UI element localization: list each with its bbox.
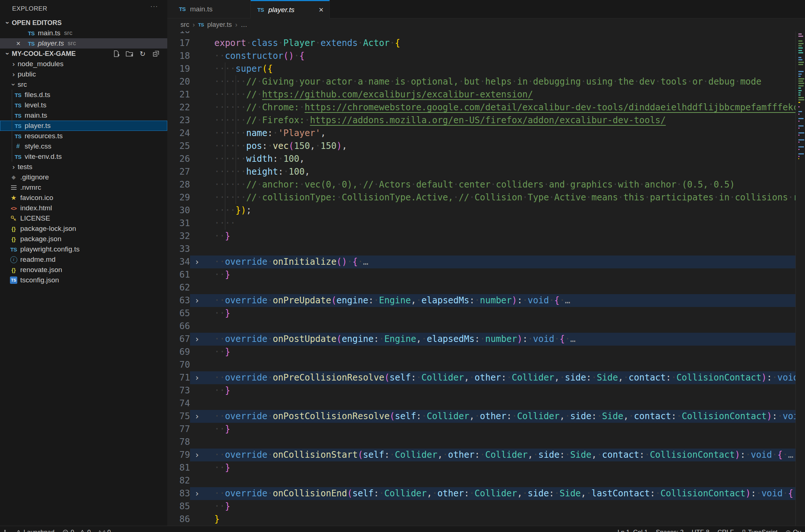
code-line[interactable]: 79›··override·onCollisionStart(self:·Col… (167, 449, 796, 461)
typescript-file-icon: TS (27, 40, 35, 47)
code-line[interactable]: 27······height:·100, (167, 165, 796, 178)
status-item-spaces-2[interactable]: Spaces: 2 (656, 529, 684, 532)
code-line[interactable]: 65··} (167, 307, 796, 320)
tree-item-license[interactable]: LICENSE (0, 213, 167, 224)
status-item-launchpad[interactable]: Launchpad (16, 529, 54, 532)
tree-item-resources-ts[interactable]: TSresources.ts (0, 131, 167, 141)
code-editor[interactable]: 1617export·class·Player·extends·Actor·{1… (167, 31, 805, 526)
gutter-space (190, 50, 204, 63)
code-line[interactable]: 63›··override·onPreUpdate(engine:·Engine… (167, 294, 796, 307)
status-item-beaker[interactable] (2, 529, 8, 532)
tree-item-node-modules[interactable]: ›node_modules (0, 59, 167, 69)
code-line[interactable]: 31···· (167, 217, 796, 230)
more-actions-icon[interactable]: ∙∙∙ (150, 3, 158, 9)
tab-player-ts[interactable]: TS player.ts × (251, 0, 330, 18)
code-line[interactable]: 82 (167, 474, 796, 487)
tree-item-tests[interactable]: ›tests (0, 162, 167, 172)
tree-item-playwright-config-ts[interactable]: TSplaywright.config.ts (0, 244, 167, 254)
open-editors-header[interactable]: › OPEN EDITORS (0, 18, 167, 28)
code-line[interactable]: 66 (167, 320, 796, 333)
fold-chevron-icon[interactable]: › (190, 487, 204, 500)
status-item-ou[interactable]: ◎Ou (786, 529, 801, 532)
code-line[interactable]: 73··} (167, 384, 796, 397)
breadcrumb-item-file[interactable]: player.ts (207, 21, 232, 29)
fold-chevron-icon[interactable]: › (190, 410, 204, 423)
breadcrumb-item-symbol[interactable]: … (241, 21, 247, 29)
tree-item-style-css[interactable]: #style.css (0, 141, 167, 151)
code-line[interactable]: 26······width:·100, (167, 153, 796, 165)
code-line[interactable]: 70 (167, 358, 796, 371)
code-line[interactable]: 17export·class·Player·extends·Actor·{ (167, 37, 796, 50)
code-line[interactable]: 22······//·Chrome:·https://chromewebstor… (167, 101, 796, 114)
status-item-ln-1-col-1[interactable]: Ln 1, Col 1 (618, 529, 648, 532)
code-line[interactable]: 18··constructor()·{ (167, 50, 796, 63)
tree-item-public[interactable]: ›public (0, 69, 167, 79)
fold-chevron-icon[interactable]: › (190, 449, 204, 461)
close-icon[interactable]: × (319, 5, 323, 15)
tree-item-package-json[interactable]: {}package.json (0, 234, 167, 244)
fold-chevron-icon[interactable]: › (190, 256, 204, 268)
new-file-icon[interactable] (112, 50, 120, 58)
code-line[interactable]: 19····super({ (167, 63, 796, 75)
tree-item-player-ts[interactable]: TSplayer.ts (0, 121, 167, 131)
code-line[interactable]: 34›··override·onInitialize()·{·… (167, 256, 796, 268)
code-line[interactable]: 23······//·Firefox:·https://addons.mozil… (167, 114, 796, 127)
refresh-icon[interactable]: ↻ (139, 50, 147, 58)
code-line[interactable]: 30····}); (167, 204, 796, 217)
status-item-0[interactable]: 00 (62, 529, 91, 532)
code-line[interactable]: 16 (167, 31, 796, 37)
code-line[interactable]: 78 (167, 436, 796, 449)
code-line[interactable]: 33 (167, 243, 796, 256)
code-line[interactable]: 86} (167, 513, 796, 526)
code-line[interactable]: 32··} (167, 230, 796, 243)
code-line[interactable]: 75›··override·onPostCollisionResolve(sel… (167, 410, 796, 423)
code-line[interactable]: 21······//·https://github.com/excaliburj… (167, 88, 796, 101)
status-item-utf-8[interactable]: UTF-8 (692, 529, 709, 532)
tree-item-files-d-ts[interactable]: TSfiles.d.ts (0, 90, 167, 100)
code-line[interactable]: 81··} (167, 461, 796, 474)
fold-chevron-icon[interactable]: › (190, 294, 204, 307)
open-editor-item[interactable]: TSmain.tssrc (0, 28, 167, 38)
tree-item-readme-md[interactable]: ireadme.md (0, 254, 167, 265)
fold-chevron-icon[interactable]: › (190, 333, 204, 346)
fold-chevron-icon[interactable]: › (190, 371, 204, 384)
code-line[interactable]: 83›··override·onCollisionEnd(self:·Colli… (167, 487, 796, 500)
open-editor-item[interactable]: ×TSplayer.tssrc (0, 38, 167, 49)
code-line[interactable]: 71›··override·onPreCollisionResolve(self… (167, 371, 796, 384)
tree-item-index-html[interactable]: <>index.html (0, 203, 167, 213)
minimap[interactable] (795, 31, 805, 526)
tab-main-ts[interactable]: TS main.ts (167, 0, 251, 18)
status-item-crlf[interactable]: CRLF (718, 529, 734, 532)
tree-item--gitignore[interactable]: ◆.gitignore (0, 172, 167, 182)
collapse-folders-icon[interactable] (152, 50, 160, 58)
close-icon[interactable]: × (16, 39, 27, 48)
code-line[interactable]: 62 (167, 281, 796, 294)
code-line[interactable]: 85··} (167, 500, 796, 513)
line-number: 32 (167, 230, 190, 243)
tree-item-level-ts[interactable]: TSlevel.ts (0, 100, 167, 110)
project-section-header[interactable]: › MY-COOL-EX-GAME ↻ (0, 49, 167, 59)
code-line[interactable]: 24······name:·'Player', (167, 127, 796, 140)
tree-item-renovate-json[interactable]: {}renovate.json (0, 265, 167, 275)
new-folder-icon[interactable] (125, 50, 133, 58)
breadcrumb-item-src[interactable]: src (180, 21, 189, 29)
code-line[interactable]: 29······//·collisionType:·CollisionType.… (167, 191, 796, 204)
tree-item-main-ts[interactable]: TSmain.ts (0, 110, 167, 121)
status-item-typescript[interactable]: {}TypeScript (742, 529, 777, 532)
status-item-0[interactable]: 0 (99, 529, 111, 532)
tree-item-src[interactable]: ›src (0, 79, 167, 90)
code-line[interactable]: 61··} (167, 268, 796, 281)
tree-item-vite-env-d-ts[interactable]: TSvite-env.d.ts (0, 151, 167, 162)
open-editors-label: OPEN EDITORS (12, 19, 62, 27)
code-line[interactable]: 25······pos:·vec(150,·150), (167, 140, 796, 153)
code-line[interactable]: 67›··override·onPostUpdate(engine:·Engin… (167, 333, 796, 346)
code-line[interactable]: 77··} (167, 423, 796, 436)
tree-item-favicon-ico[interactable]: ★favicon.ico (0, 193, 167, 203)
code-line[interactable]: 74 (167, 397, 796, 410)
tree-item-package-lock-json[interactable]: {}package-lock.json (0, 224, 167, 234)
code-line[interactable]: 20······//·Giving·your·actor·a·name·is·o… (167, 75, 796, 88)
code-line[interactable]: 69··} (167, 346, 796, 358)
code-line[interactable]: 28······//·anchor:·vec(0,·0),·//·Actors·… (167, 178, 796, 191)
tree-item-tsconfig-json[interactable]: TStsconfig.json (0, 275, 167, 285)
tree-item--nvmrc[interactable]: .nvmrc (0, 182, 167, 193)
